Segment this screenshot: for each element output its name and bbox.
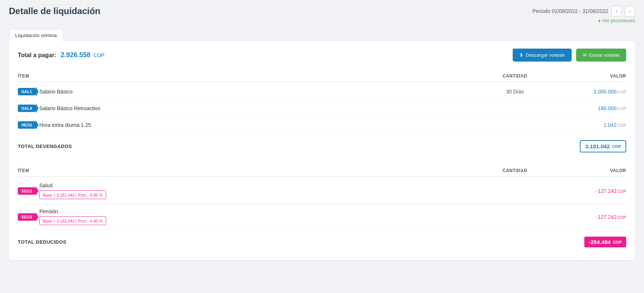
seg1-detail: Base = 3,181,042 / Porc.: 4.00 % (43, 193, 103, 197)
seg2-detail-box: Base = 3,181,042 / Porc.: 4.00 % (39, 216, 106, 225)
item-col-seg2: Pensión Base = 3,181,042 / Porc.: 4.00 % (39, 208, 106, 225)
devengados-header-valor: VALOR (552, 73, 626, 79)
page-title: Detalle de liquidación (9, 6, 101, 16)
ver-provisiones-link[interactable]: ♦ Ver provisiones (598, 18, 635, 23)
main-card: Total a pagar: 2.926.558 COP ⬇ Descargar… (9, 41, 635, 260)
item-name-seg2: Pensión (39, 208, 106, 214)
valor-sal1: 3.000.000COP (552, 89, 626, 95)
table-row: SAL1 Salario Básico 30 Días 3.000.000COP (18, 83, 626, 100)
total-pagar-currency: COP (93, 52, 105, 58)
seg1-detail-box: Base = 3,181,042 / Porc.: 4.00 % (39, 190, 106, 199)
total-devengados-value-box: 3.181.042 COP (580, 140, 626, 152)
tab-liquidacion-nomina[interactable]: Liquidación nómina (9, 29, 63, 41)
item-cell-sal1: SAL1 Salario Básico (18, 88, 478, 95)
email-icon: ✉ (583, 52, 587, 58)
valor-seg1: -127.242COP (552, 188, 626, 194)
badge-seg2: SEG2 (18, 213, 36, 221)
total-deducidos-row: TOTAL DEDUCIDOS -254.484 COP (18, 231, 626, 253)
item-cell-seg2: SEG2 Pensión Base = 3,181,042 / Porc.: 4… (18, 208, 478, 225)
next-period-button[interactable]: › (625, 6, 635, 16)
valor-hex2: 1.042COP (552, 122, 626, 128)
badge-hex2: HEX2 (18, 121, 36, 129)
total-pagar-value: 2.926.558 (61, 51, 91, 59)
total-deducidos-currency: COP (613, 240, 622, 244)
enviar-label: Enviar volante (589, 52, 620, 58)
total-pagar-row: Total a pagar: 2.926.558 COP ⬇ Descargar… (18, 49, 626, 62)
item-name-hex2: Hora extra diurna 1.25 (39, 122, 91, 128)
deducidos-header-item: ÍTEM (18, 168, 478, 173)
total-devengados-currency: COP (612, 144, 621, 149)
cantidad-sal1: 30 Días (478, 89, 552, 95)
enviar-volante-button[interactable]: ✉ Enviar volante (576, 49, 626, 62)
tab-bar: Liquidación nómina (0, 23, 644, 41)
item-name-sal4: Salario Básico Retroactivo (39, 105, 100, 111)
devengados-table-header: ÍTEM CANTIDAD VALOR (18, 70, 626, 82)
item-cell-seg1: SEG1 Salud Base = 3,181,042 / Porc.: 4.0… (18, 182, 478, 199)
total-pagar-label: Total a pagar: (18, 52, 56, 58)
total-devengados-value: 3.181.042 (585, 143, 610, 149)
badge-sal4: SAL4 (18, 105, 36, 112)
total-deducidos-value: -254.484 (589, 239, 611, 245)
total-pagar-info: Total a pagar: 2.926.558 COP (18, 51, 105, 59)
valor-seg2: -127.242COP (552, 214, 626, 220)
header-right: Periodo 01/08/2022 - 31/08/2022 ‹ › ♦ Ve… (532, 6, 635, 23)
descargar-label: Descargar volante (526, 52, 565, 58)
deducidos-table-header: ÍTEM CANTIDAD VALOR (18, 165, 626, 177)
ver-provisiones-label: Ver provisiones (602, 18, 635, 23)
total-deducidos-value-box: -254.484 COP (584, 237, 626, 247)
devengados-header-item: ÍTEM (18, 73, 478, 79)
table-row-seg2: SEG2 Pensión Base = 3,181,042 / Porc.: 4… (18, 204, 626, 230)
diamond-icon: ♦ (598, 18, 601, 23)
item-col-seg1: Salud Base = 3,181,042 / Porc.: 4.00 % (39, 182, 106, 199)
item-name-sal1: Salario Básico (39, 89, 73, 95)
deducidos-header-cantidad: CANTIDAD (478, 168, 552, 173)
item-cell-hex2: HEX2 Hora extra diurna 1.25 (18, 121, 478, 129)
table-row: HEX2 Hora extra diurna 1.25 1.042COP (18, 117, 626, 134)
download-icon: ⬇ (519, 52, 523, 58)
total-deducidos-label: TOTAL DEDUCIDOS (18, 239, 584, 245)
total-devengados-row: TOTAL DEVENGADOS 3.181.042 COP (18, 135, 626, 158)
action-buttons: ⬇ Descargar volante ✉ Enviar volante (513, 49, 626, 62)
header: Detalle de liquidación Periodo 01/08/202… (0, 0, 644, 23)
table-row: SAL4 Salario Básico Retroactivo 180.000C… (18, 100, 626, 117)
item-name-seg1: Salud (39, 182, 106, 188)
valor-sal4: 180.000COP (552, 105, 626, 111)
prev-period-button[interactable]: ‹ (611, 6, 622, 16)
total-devengados-label: TOTAL DEVENGADOS (18, 144, 580, 149)
periodo-text: Periodo 01/08/2022 - 31/08/2022 (532, 8, 608, 14)
seg2-detail: Base = 3,181,042 / Porc.: 4.00 % (43, 219, 103, 223)
table-row-seg1: SEG1 Salud Base = 3,181,042 / Porc.: 4.0… (18, 178, 626, 204)
descargar-volante-button[interactable]: ⬇ Descargar volante (513, 49, 572, 62)
periodo-nav: Periodo 01/08/2022 - 31/08/2022 ‹ › (532, 6, 635, 16)
page-wrapper: Detalle de liquidación Periodo 01/08/202… (0, 0, 644, 293)
deducidos-header-valor: VALOR (552, 168, 626, 173)
item-cell-sal4: SAL4 Salario Básico Retroactivo (18, 105, 478, 112)
badge-seg1: SEG1 (18, 187, 36, 195)
devengados-header-cantidad: CANTIDAD (478, 73, 552, 79)
badge-sal1: SAL1 (18, 88, 36, 95)
